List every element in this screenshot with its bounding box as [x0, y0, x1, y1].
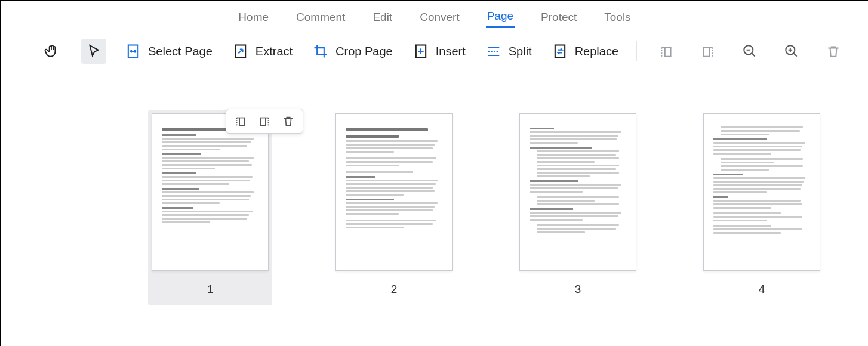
trash-icon [824, 42, 842, 60]
toolbar-separator [636, 41, 637, 61]
tab-home[interactable]: Home [237, 8, 270, 27]
replace-label: Replace [575, 45, 618, 58]
svg-rect-4 [665, 48, 671, 57]
rotate-right-icon [699, 42, 717, 60]
tab-comment[interactable]: Comment [295, 8, 346, 27]
rotate-left-button[interactable] [654, 39, 679, 64]
insert-button[interactable]: Insert [411, 40, 467, 63]
mini-rotate-right-button[interactable] [256, 113, 273, 129]
page-context-toolbar [226, 109, 303, 134]
replace-icon [551, 42, 569, 60]
crop-page-label: Crop Page [335, 45, 393, 58]
tab-tools[interactable]: Tools [603, 8, 632, 27]
hand-icon [43, 42, 61, 60]
delete-page-button[interactable] [821, 39, 846, 64]
page-thumb-1[interactable]: 1 [148, 110, 272, 305]
svg-rect-5 [703, 48, 709, 57]
page-thumb-3[interactable]: 3 [516, 110, 640, 299]
hand-tool-button[interactable] [39, 39, 64, 64]
page-number: 4 [759, 283, 765, 296]
page-preview [703, 113, 820, 271]
split-button[interactable]: Split [484, 40, 533, 63]
page-toolbar: Select Page Extract Crop Page Insert Spl [1, 30, 868, 76]
select-page-icon [124, 42, 142, 60]
svg-rect-9 [261, 118, 266, 126]
page-number: 3 [575, 283, 581, 296]
select-page-button[interactable]: Select Page [123, 40, 214, 63]
zoom-in-button[interactable] [779, 39, 804, 64]
page-preview [152, 113, 269, 271]
mini-rotate-left-button[interactable] [232, 113, 249, 129]
zoom-out-icon [741, 42, 759, 60]
tab-edit[interactable]: Edit [371, 8, 393, 27]
cursor-tool-button[interactable] [81, 39, 106, 64]
extract-label: Extract [256, 45, 293, 58]
page-thumb-4[interactable]: 4 [700, 110, 824, 299]
split-icon [485, 42, 503, 60]
page-thumb-2[interactable]: 2 [332, 110, 456, 299]
page-number: 1 [207, 283, 214, 296]
split-label: Split [509, 45, 532, 58]
crop-page-button[interactable]: Crop Page [310, 40, 394, 63]
main-tabs: Home Comment Edit Convert Page Protect T… [1, 1, 868, 30]
page-number: 2 [391, 283, 398, 296]
svg-rect-8 [239, 118, 244, 126]
select-page-label: Select Page [148, 45, 213, 58]
rotate-left-icon [657, 42, 675, 60]
page-thumbnails: 1 2 [1, 76, 868, 346]
page-preview [519, 113, 636, 271]
insert-icon [412, 42, 430, 60]
page-preview [335, 113, 453, 271]
tab-convert[interactable]: Convert [418, 8, 461, 27]
tab-protect[interactable]: Protect [540, 8, 578, 27]
crop-icon [312, 42, 330, 60]
rotate-right-button[interactable] [695, 39, 721, 64]
insert-label: Insert [436, 45, 466, 58]
zoom-in-icon [783, 42, 801, 60]
svg-rect-3 [555, 45, 565, 58]
extract-button[interactable]: Extract [230, 40, 294, 63]
extract-icon [232, 42, 250, 60]
zoom-out-button[interactable] [737, 39, 762, 64]
tab-page[interactable]: Page [486, 7, 515, 28]
mini-delete-button[interactable] [280, 113, 297, 129]
replace-button[interactable]: Replace [550, 40, 620, 63]
cursor-icon [85, 42, 103, 60]
